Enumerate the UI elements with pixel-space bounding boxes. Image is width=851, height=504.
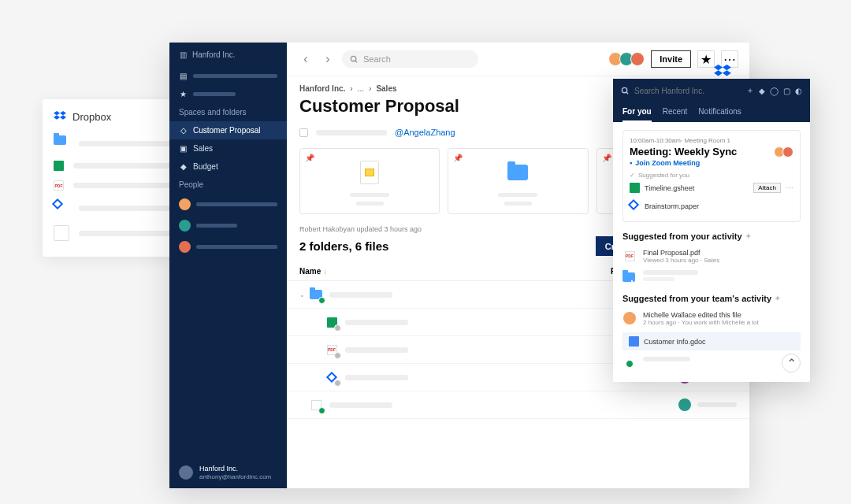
forward-button[interactable]: › [320,51,336,67]
sidebar-person-1[interactable] [169,194,287,215]
user-icon[interactable]: ◐ [795,87,802,95]
section-title: Suggested from your team's activity [622,294,771,303]
activity-item[interactable]: PDF Final Proposal.pdfViewed 3 hours ago… [622,246,801,267]
attach-button[interactable]: Attach [753,183,781,193]
plus-icon[interactable]: ✦ [775,295,781,302]
sidebar-person-2[interactable] [169,215,287,236]
add-icon[interactable]: ＋ [746,85,754,96]
folder-icon[interactable]: ▢ [783,87,790,95]
join-meeting-link[interactable]: Join Zoom Meeting [635,159,700,167]
activity-item[interactable] [622,267,801,287]
search-icon [350,55,359,64]
svg-line-3 [626,91,628,93]
pin-icon: 📌 [602,154,611,162]
checkbox[interactable] [299,128,308,137]
file-row[interactable] [287,391,749,419]
dropbox-icon [714,65,731,80]
avatar [179,465,193,480]
sidebar-item-sales[interactable]: ▣Sales [169,139,287,158]
sidebar-people-label: People [169,176,287,194]
sidebar: ▥ Hanford Inc. ▤ ★ Spaces and folders ◇C… [169,43,287,488]
pin-icon: 📌 [453,154,463,162]
mention[interactable]: @AngelaZhang [395,128,455,137]
invite-button[interactable]: Invite [651,50,691,68]
tab-recent[interactable]: Recent [663,102,688,122]
layers-icon[interactable]: ◆ [759,87,765,95]
activity-panel: ＋ ◆ ◯ ▢ ◐ For you Recent Notifications 1… [613,79,810,382]
search-input[interactable]: Search [342,50,478,68]
bg-title: Dropbox [72,111,111,123]
activity-item[interactable] [622,354,801,374]
panel-search[interactable]: ＋ ◆ ◯ ▢ ◐ [613,79,810,102]
topbar: ‹ › Search Invite ★ ⋯ [287,43,749,76]
building-icon: ▥ [179,50,188,59]
tab-notifications[interactable]: Notifications [698,102,741,122]
sidebar-footer[interactable]: Hanford Inc. anthony@hanfordinc.com [169,457,287,488]
sidebar-nav-2[interactable]: ★ [169,85,287,103]
suggested-file[interactable]: Timeline.gsheet Attach ⋯ [630,179,793,197]
pinned-card-1[interactable]: 📌 [299,148,440,214]
more-icon[interactable]: ⋯ [786,183,793,192]
sidebar-nav-1[interactable]: ▤ [169,67,287,85]
sidebar-item-budget[interactable]: ◆Budget [169,158,287,176]
activity-item[interactable]: Michelle Wallace edited this file2 hours… [622,308,801,329]
pin-icon: 📌 [305,154,314,162]
sidebar-section-label: Spaces and folders [169,103,287,121]
member-avatars[interactable] [611,52,645,66]
back-button[interactable]: ‹ [298,51,314,67]
file-chip[interactable]: Customer Info.gdoc [622,332,801,350]
box-icon: ◇ [179,126,188,135]
meeting-card: 10:00am-10:30am· Meeting Room 1 Meeting:… [622,130,801,222]
budget-icon: ◆ [179,162,188,171]
suggested-file[interactable]: Brainstorm.paper [630,197,793,215]
sidebar-person-3[interactable] [169,236,287,258]
sidebar-item-customer-proposal[interactable]: ◇Customer Proposal [169,121,287,139]
sidebar-org[interactable]: ▥ Hanford Inc. [169,43,287,67]
svg-point-2 [622,87,626,92]
globe-icon[interactable]: ◯ [770,87,779,95]
section-title: Suggested from your activity [622,232,742,241]
avatar [678,398,691,411]
svg-point-0 [351,56,355,61]
scroll-top-button[interactable]: ⌃ [782,354,801,372]
star-button[interactable]: ★ [697,50,715,68]
description-skeleton [316,130,387,135]
count-text: 2 folders, 6 files [299,239,586,253]
tab-for-you[interactable]: For you [622,102,652,122]
svg-line-1 [355,60,357,61]
dropbox-icon [54,110,66,123]
sort-name[interactable]: Name [299,267,321,276]
folder-icon: ▣ [179,144,188,153]
pinned-card-2[interactable]: 📌 [448,148,588,214]
plus-icon[interactable]: ✦ [745,232,752,240]
